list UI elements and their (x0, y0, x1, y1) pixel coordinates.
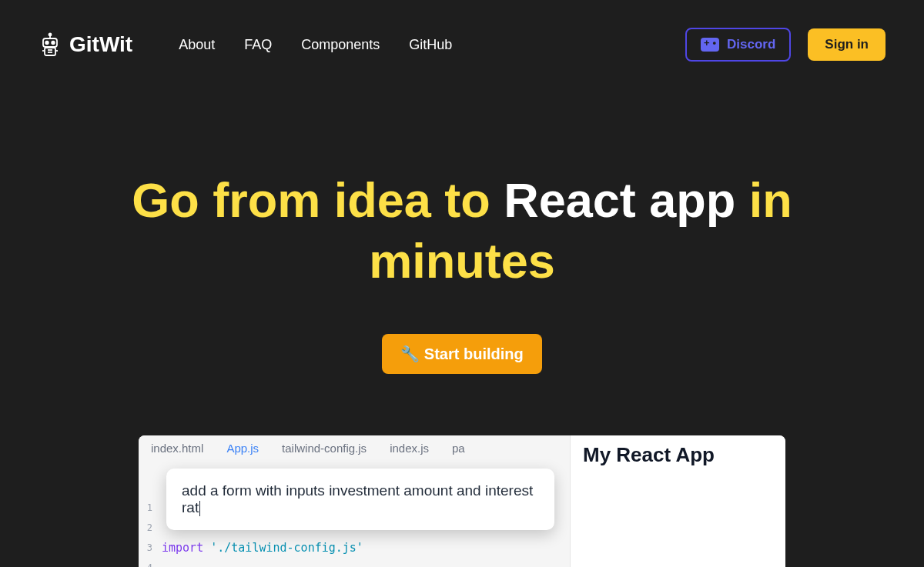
editor-pane: index.html App.js tailwind-config.js ind… (139, 435, 570, 568)
preview-pane: My React App (570, 435, 785, 568)
line-number: 3 (139, 538, 162, 558)
tab-index-js[interactable]: index.js (390, 442, 429, 458)
hero-title-highlight: React app (504, 173, 735, 227)
tab-index-html[interactable]: index.html (151, 442, 203, 458)
header-actions: Discord Sign in (685, 28, 886, 62)
logo[interactable]: GitWit (38, 32, 132, 57)
robot-icon (38, 32, 62, 57)
nav-components[interactable]: Components (301, 37, 380, 53)
start-building-button[interactable]: 🔧 Start building (382, 334, 541, 374)
signin-button[interactable]: Sign in (808, 28, 886, 61)
hero-section: Go from idea to React app in minutes 🔧 S… (0, 89, 924, 374)
nav-about[interactable]: About (179, 37, 215, 53)
tab-tailwind[interactable]: tailwind-config.js (282, 442, 367, 458)
discord-button[interactable]: Discord (685, 28, 791, 62)
editor-preview: index.html App.js tailwind-config.js ind… (139, 435, 785, 568)
svg-rect-5 (45, 48, 55, 55)
tab-partial[interactable]: pa (452, 442, 465, 458)
tab-app-js[interactable]: App.js (226, 442, 259, 458)
line-number: 1 (139, 498, 162, 518)
hero-title-prefix: Go from idea to (132, 173, 504, 227)
svg-point-4 (52, 42, 55, 45)
text-cursor (199, 501, 200, 516)
nav-github[interactable]: GitHub (409, 37, 452, 53)
prompt-text: add a form with inputs investment amount… (182, 482, 533, 515)
code-line-3: 3 import './tailwind-config.js' (139, 538, 570, 558)
editor-tabs: index.html App.js tailwind-config.js ind… (139, 435, 570, 458)
line-number: 4 (139, 558, 162, 567)
brand-name: GitWit (69, 32, 132, 57)
hero-title: Go from idea to React app in minutes (108, 170, 816, 292)
nav-links: About FAQ Components GitHub (179, 37, 452, 53)
line-number: 2 (139, 518, 162, 538)
svg-point-3 (45, 42, 49, 45)
prompt-input[interactable]: add a form with inputs investment amount… (166, 469, 554, 531)
nav-faq[interactable]: FAQ (244, 37, 272, 53)
header: GitWit About FAQ Components GitHub Disco… (0, 0, 924, 89)
preview-app-title: My React App (583, 443, 773, 467)
discord-label: Discord (727, 37, 775, 52)
discord-icon (701, 38, 719, 52)
code-line-4: 4 (139, 558, 570, 567)
